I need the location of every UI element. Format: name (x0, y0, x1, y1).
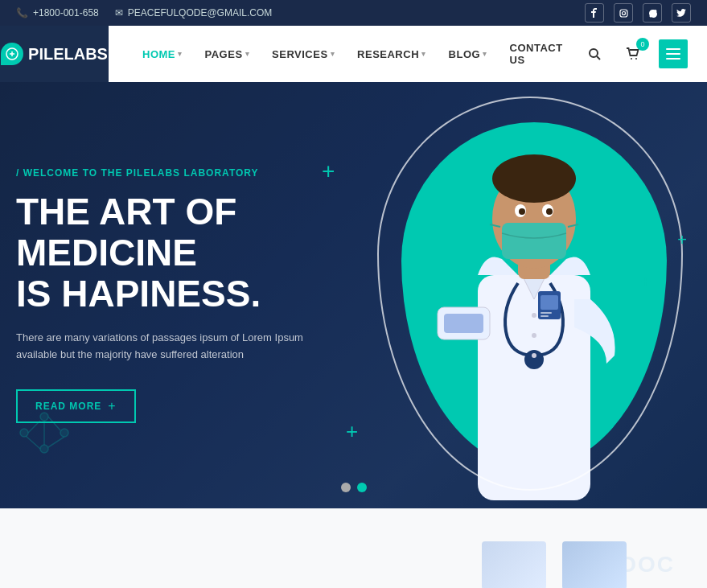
logo-area[interactable]: PILELABS (0, 26, 109, 82)
logo-icon (1, 43, 23, 65)
top-bar: 📞 +1800-001-658 ✉ PEACEFULQODE@GMAIL.COM (0, 0, 707, 26)
email-contact[interactable]: ✉ PEACEFULQODE@GMAIL.COM (115, 7, 273, 19)
twitter-icon[interactable] (672, 3, 691, 23)
hamburger-icon (666, 48, 680, 60)
svg-point-9 (60, 429, 68, 437)
svg-point-8 (40, 413, 48, 421)
search-button[interactable] (582, 41, 607, 67)
phone-number: +1800-001-658 (33, 7, 99, 19)
chevron-down-icon: ▾ (178, 50, 183, 58)
svg-point-3 (590, 49, 598, 57)
navbar: PILELABS HOME ▾ PAGES ▾ SERVICES ▾ RESEA… (0, 26, 707, 82)
nav-links: HOME ▾ PAGES ▾ SERVICES ▾ RESEARCH ▾ BLO… (133, 35, 582, 72)
cart-button[interactable]: 0 (620, 41, 646, 67)
hero-subtitle: / WELCOME TO THE PILELABS LABORATORY (16, 167, 338, 179)
svg-line-14 (26, 436, 40, 449)
svg-line-13 (48, 437, 64, 447)
nav-item-blog[interactable]: BLOG ▾ (439, 42, 497, 67)
slide-dot-2[interactable] (357, 483, 367, 492)
svg-point-1 (622, 11, 625, 14)
svg-point-6 (635, 58, 637, 60)
chevron-down-icon: ▾ (483, 50, 487, 58)
svg-rect-0 (620, 10, 627, 17)
nav-label-pages: PAGES (205, 48, 243, 60)
nav-label-services: SERVICES (272, 48, 328, 60)
plus-decoration-2: + (677, 231, 687, 249)
chevron-down-icon: ▾ (331, 50, 335, 58)
logo: PILELABS (1, 43, 108, 65)
social-links (585, 3, 691, 23)
nav-label-research: RESEARCH (357, 48, 419, 60)
nav-item-pages[interactable]: PAGES ▾ (195, 42, 260, 67)
chevron-down-icon: ▾ (245, 50, 250, 58)
below-hero-section: HOOC (0, 508, 707, 588)
cta-plus-icon: + (108, 399, 116, 413)
svg-point-7 (20, 429, 28, 437)
nav-label-contact: CONTACT US (510, 42, 572, 66)
chevron-down-icon: ▾ (421, 50, 426, 58)
skype-icon[interactable] (643, 3, 662, 23)
hero-title-line1: THE ART OF MEDICINE (16, 191, 338, 273)
plus-decoration-3: + (640, 271, 651, 292)
nav-actions: 0 (582, 39, 694, 68)
hero-description: There are many variations of passages ip… (16, 330, 322, 364)
plus-decoration-1: + (322, 158, 335, 184)
plus-decoration-4: + (346, 419, 358, 444)
cart-badge: 0 (636, 38, 649, 51)
hero-title: THE ART OF MEDICINE IS HAPINESS. (16, 191, 338, 314)
svg-point-10 (40, 445, 48, 453)
nav-label-blog: BLOG (449, 48, 481, 60)
phone-contact[interactable]: 📞 +1800-001-658 (16, 7, 99, 19)
slide-dot-1[interactable] (341, 483, 351, 492)
slide-dots (341, 483, 367, 492)
hero-image-area (305, 82, 707, 508)
svg-line-11 (28, 421, 40, 433)
svg-point-5 (631, 58, 632, 60)
logo-text: PILELABS (28, 45, 108, 64)
below-image-2 (562, 541, 627, 588)
hero-section: + + + + / WELCOME TO THE PILELABS LABORA… (0, 82, 707, 508)
top-bar-contacts: 📞 +1800-001-658 ✉ PEACEFULQODE@GMAIL.COM (16, 7, 272, 19)
hero-title-line2: IS HAPINESS. (16, 273, 338, 315)
email-address: PEACEFULQODE@GMAIL.COM (128, 7, 273, 19)
svg-line-12 (48, 417, 60, 430)
instagram-icon[interactable] (614, 3, 633, 23)
nav-item-contact[interactable]: CONTACT US (500, 35, 582, 72)
nav-item-services[interactable]: SERVICES ▾ (262, 42, 344, 67)
svg-line-4 (597, 56, 600, 60)
below-content-images (482, 541, 627, 588)
facebook-icon[interactable] (585, 3, 604, 23)
below-image-1 (482, 541, 546, 588)
email-icon: ✉ (115, 7, 123, 19)
phone-icon: 📞 (16, 7, 28, 19)
nav-label-home: HOME (142, 48, 175, 60)
svg-point-2 (625, 10, 626, 11)
nav-item-home[interactable]: HOME ▾ (133, 42, 192, 67)
nav-item-research[interactable]: RESEARCH ▾ (347, 42, 435, 67)
hamburger-menu-button[interactable] (659, 39, 688, 68)
molecule-decoration (8, 401, 80, 468)
